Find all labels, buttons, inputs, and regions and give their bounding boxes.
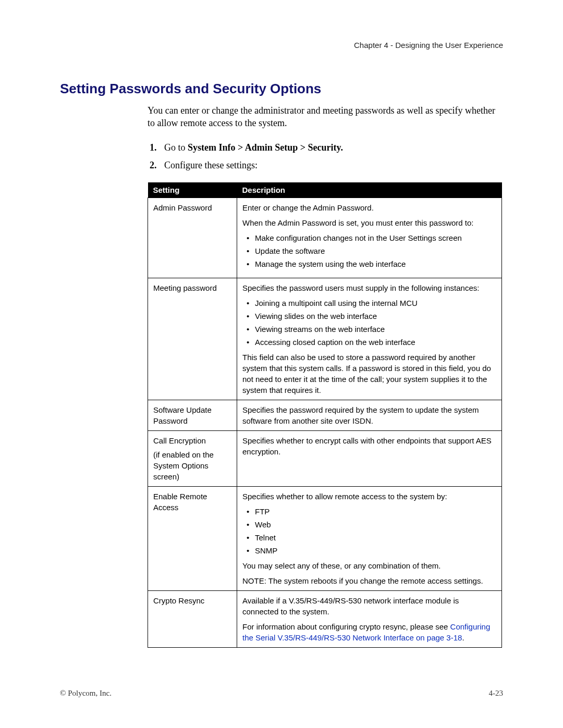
step-1-path: System Info > Admin Setup > Security. [188, 142, 343, 153]
desc-bullets: Make configuration changes not in the Us… [242, 232, 496, 269]
chapter-header: Chapter 4 - Designing the User Experienc… [60, 41, 503, 50]
setting-name: Software Update Password [148, 400, 237, 431]
desc-text: Specifies the password users must supply… [242, 282, 496, 293]
desc-bullets: Joining a multipoint call using the inte… [242, 298, 496, 348]
page: Chapter 4 - Designing the User Experienc… [0, 0, 563, 728]
bullet-item: Telnet [255, 532, 496, 543]
section-title: Setting Passwords and Security Options [60, 81, 503, 97]
step-2: Configure these settings: [164, 158, 503, 173]
table-head-setting: Setting [148, 182, 237, 198]
desc-text: Specifies the password required by the s… [242, 404, 496, 426]
table-row: Software Update Password Specifies the p… [148, 400, 502, 431]
setting-description: Specifies whether to allow remote access… [237, 487, 502, 591]
bullet-item: Viewing slides on the web interface [255, 311, 496, 322]
setting-description: Specifies whether to encrypt calls with … [237, 431, 502, 487]
desc-text: For information about configuring crypto… [242, 621, 496, 643]
setting-name: Enable Remote Access [148, 487, 237, 591]
desc-text: You may select any of these, or any comb… [242, 560, 496, 571]
setting-name-line1: Call Encryption [153, 435, 231, 446]
table-row: Enable Remote Access Specifies whether t… [148, 487, 502, 591]
setting-name: Admin Password [148, 198, 237, 278]
setting-name-line2: (if enabled on the System Options screen… [153, 449, 231, 482]
bullet-item: Web [255, 519, 496, 530]
bullet-item: Manage the system using the web interfac… [255, 258, 496, 269]
desc-text: Enter or change the Admin Password. [242, 202, 496, 213]
setting-name: Call Encryption (if enabled on the Syste… [148, 431, 237, 487]
settings-table: Setting Description Admin Password Enter… [148, 182, 502, 648]
setting-name: Crypto Resync [148, 591, 237, 648]
table-row: Call Encryption (if enabled on the Syste… [148, 431, 502, 487]
bullet-item: Joining a multipoint call using the inte… [255, 298, 496, 309]
table-head-description: Description [237, 182, 502, 198]
setting-name: Meeting password [148, 278, 237, 400]
bullet-item: Update the software [255, 245, 496, 256]
step-1-prefix: Go to [164, 142, 188, 153]
bullet-item: Accessing closed caption on the web inte… [255, 337, 496, 348]
page-footer: © Polycom, Inc. 4-23 [60, 689, 503, 698]
intro-paragraph: You can enter or change the administrato… [60, 104, 503, 130]
desc-text-prefix: For information about configuring crypto… [242, 622, 450, 631]
desc-text: Available if a V.35/RS-449/RS-530 networ… [242, 595, 496, 617]
bullet-item: Make configuration changes not in the Us… [255, 232, 496, 243]
footer-page-number: 4-23 [489, 689, 504, 698]
desc-bullets: FTP Web Telnet SNMP [242, 506, 496, 556]
footer-copyright: © Polycom, Inc. [60, 689, 112, 697]
desc-text-suffix: . [462, 633, 464, 642]
table-row: Admin Password Enter or change the Admin… [148, 198, 502, 278]
step-list: Go to System Info > Admin Setup > Securi… [60, 140, 503, 174]
desc-text: NOTE: The system reboots if you change t… [242, 575, 496, 586]
bullet-item: Viewing streams on the web interface [255, 324, 496, 335]
step-1: Go to System Info > Admin Setup > Securi… [164, 140, 503, 155]
setting-description: Specifies the password users must supply… [237, 278, 502, 400]
setting-description: Enter or change the Admin Password. When… [237, 198, 502, 278]
bullet-item: FTP [255, 506, 496, 517]
desc-text: Specifies whether to encrypt calls with … [242, 435, 496, 457]
desc-text: Specifies whether to allow remote access… [242, 491, 496, 502]
desc-text: This field can also be used to store a p… [242, 352, 496, 396]
setting-description: Specifies the password required by the s… [237, 400, 502, 431]
table-row: Meeting password Specifies the password … [148, 278, 502, 400]
bullet-item: SNMP [255, 545, 496, 556]
setting-description: Available if a V.35/RS-449/RS-530 networ… [237, 591, 502, 648]
table-row: Crypto Resync Available if a V.35/RS-449… [148, 591, 502, 648]
desc-text: When the Admin Password is set, you must… [242, 217, 496, 228]
